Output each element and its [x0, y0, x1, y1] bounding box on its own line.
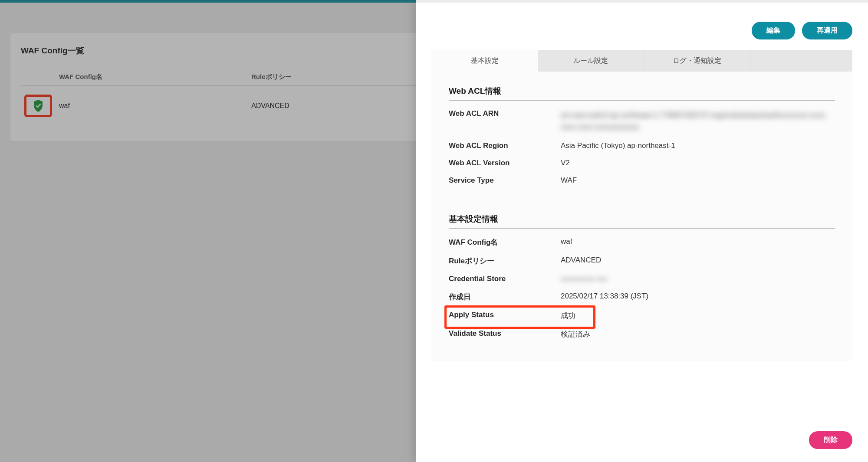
row-credential-store: Credential Store xxxxxxxxx-xxx — [449, 270, 835, 288]
row-validate-status: Validate Status 検証済み — [449, 325, 835, 344]
cell-name: waf — [56, 86, 248, 126]
status-highlight — [24, 95, 52, 117]
edit-button[interactable]: 編集 — [752, 22, 795, 39]
row-web-acl-region: Web ACL Region Asia Pacific (Tokyo) ap-n… — [449, 137, 835, 154]
section-web-acl-heading: Web ACL情報 — [449, 80, 835, 101]
section-basic-info-heading: 基本設定情報 — [449, 208, 835, 229]
label-web-acl-arn: Web ACL ARN — [449, 109, 561, 118]
label-web-acl-version: Web ACL Version — [449, 159, 561, 167]
value-apply-status: 成功 — [561, 311, 835, 321]
drawer-footer: 削除 — [416, 421, 868, 462]
label-rule-policy: Ruleポリシー — [449, 256, 561, 266]
label-service-type: Service Type — [449, 176, 561, 185]
drawer-actions: 編集 再適用 — [416, 3, 868, 50]
status-cell — [21, 86, 56, 126]
label-apply-status: Apply Status — [449, 311, 561, 319]
value-rule-policy: ADVANCED — [561, 256, 835, 265]
col-rule-policy: Ruleポリシー — [248, 69, 428, 86]
shield-check-icon — [33, 100, 43, 112]
panel-card: 基本設定 ルール設定 ログ・通知設定 Web ACL情報 Web ACL ARN… — [431, 50, 852, 361]
value-credential-store: xxxxxxxxx-xxx — [561, 275, 835, 283]
value-service-type: WAF — [561, 176, 835, 185]
label-credential-store: Credential Store — [449, 275, 561, 283]
value-created-date: 2025/02/17 13:38:39 (JST) — [561, 292, 835, 301]
value-validate-status: 検証済み — [561, 329, 835, 339]
row-web-acl-version: Web ACL Version V2 — [449, 154, 835, 172]
tab-log[interactable]: ログ・通知設定 — [644, 50, 750, 72]
row-created-date: 作成日 2025/02/17 13:38:39 (JST) — [449, 288, 835, 306]
cell-rule-policy: ADVANCED — [248, 86, 428, 126]
reapply-button[interactable]: 再適用 — [802, 22, 852, 39]
panel-body: Web ACL情報 Web ACL ARN arn:aws:wafv2:ap-n… — [431, 72, 852, 361]
row-apply-status: Apply Status 成功 — [449, 306, 835, 325]
tab-basic[interactable]: 基本設定 — [431, 50, 538, 72]
col-name: WAF Config名 — [56, 69, 248, 86]
value-web-acl-arn: arn:aws:wafv2:ap-northeast-1:77866732672… — [561, 109, 835, 133]
drawer-body: 基本設定 ルール設定 ログ・通知設定 Web ACL情報 Web ACL ARN… — [416, 50, 868, 421]
label-waf-config-name: WAF Config名 — [449, 237, 561, 247]
value-web-acl-region: Asia Pacific (Tokyo) ap-northeast-1 — [561, 141, 835, 150]
tabs: 基本設定 ルール設定 ログ・通知設定 — [431, 50, 852, 72]
value-waf-config-name: waf — [561, 237, 835, 246]
label-validate-status: Validate Status — [449, 329, 561, 338]
row-service-type: Service Type WAF — [449, 172, 835, 189]
col-status — [21, 69, 56, 86]
row-rule-policy: Ruleポリシー ADVANCED — [449, 252, 835, 270]
value-web-acl-version: V2 — [561, 159, 835, 167]
row-waf-config-name: WAF Config名 waf — [449, 233, 835, 252]
detail-drawer: 編集 再適用 基本設定 ルール設定 ログ・通知設定 Web ACL情報 Web … — [416, 0, 868, 462]
delete-button[interactable]: 削除 — [809, 431, 852, 449]
label-web-acl-region: Web ACL Region — [449, 141, 561, 150]
tab-rule[interactable]: ルール設定 — [538, 50, 644, 72]
row-web-acl-arn: Web ACL ARN arn:aws:wafv2:ap-northeast-1… — [449, 105, 835, 137]
label-created-date: 作成日 — [449, 292, 561, 302]
